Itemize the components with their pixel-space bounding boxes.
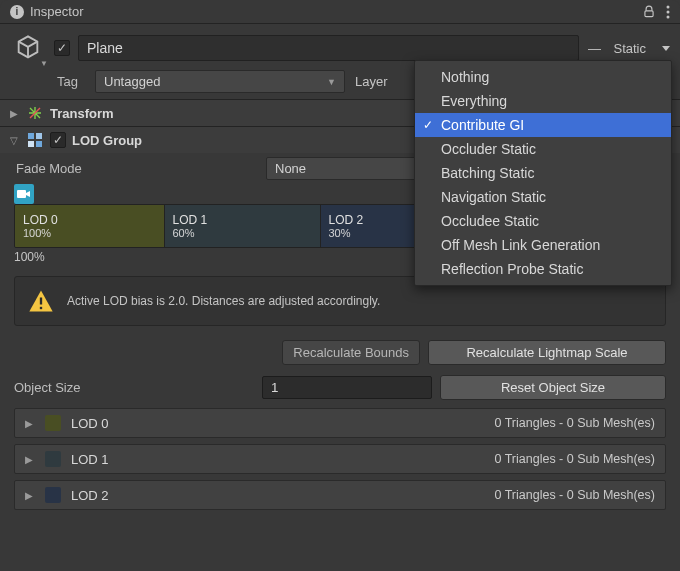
svg-rect-10 — [40, 307, 42, 309]
transform-title: Transform — [50, 106, 114, 121]
svg-rect-6 — [28, 141, 34, 147]
svg-rect-0 — [645, 10, 653, 16]
static-label: Static — [609, 41, 650, 56]
menu-item-navigation-static[interactable]: Navigation Static — [415, 185, 671, 209]
foldout-icon: ▶ — [25, 490, 35, 501]
foldout-icon: ▽ — [10, 135, 20, 146]
menu-item-reflection-probe-static[interactable]: Reflection Probe Static — [415, 257, 671, 281]
enabled-checkbox[interactable] — [54, 40, 70, 56]
menu-item-contribute-gi[interactable]: Contribute GI — [415, 113, 671, 137]
chevron-down-icon: ▼ — [40, 59, 48, 68]
svg-point-3 — [667, 15, 670, 18]
static-dropdown-toggle[interactable] — [662, 46, 670, 51]
lod-swatch-2 — [45, 487, 61, 503]
foldout-icon: ▶ — [10, 108, 20, 119]
menu-item-off-mesh-link[interactable]: Off Mesh Link Generation — [415, 233, 671, 257]
gameobject-icon[interactable]: ▼ — [10, 30, 46, 66]
reset-object-size-button[interactable]: Reset Object Size — [440, 375, 666, 400]
recalculate-lightmap-button[interactable]: Recalculate Lightmap Scale — [428, 340, 666, 365]
warning-icon — [27, 287, 55, 315]
svg-rect-5 — [36, 133, 42, 139]
svg-rect-9 — [40, 298, 42, 305]
menu-item-batching-static[interactable]: Batching Static — [415, 161, 671, 185]
transform-icon — [26, 104, 44, 122]
recalculate-bounds-button[interactable]: Recalculate Bounds — [282, 340, 420, 365]
tag-label: Tag — [57, 74, 85, 89]
foldout-icon: ▶ — [25, 418, 35, 429]
camera-icon[interactable] — [14, 184, 34, 204]
tag-select[interactable]: Untagged▼ — [95, 70, 345, 93]
lodgroup-icon — [26, 131, 44, 149]
svg-rect-4 — [28, 133, 34, 139]
lock-icon[interactable] — [642, 5, 656, 19]
lod-swatch-1 — [45, 451, 61, 467]
lod-swatch-0 — [45, 415, 61, 431]
overrides-icon[interactable]: — — [587, 41, 601, 56]
panel-title: Inspector — [30, 4, 83, 19]
foldout-icon: ▶ — [25, 454, 35, 465]
lod-seg-1[interactable]: LOD 1 60% — [165, 205, 321, 247]
lod-item-1[interactable]: ▶ LOD 1 0 Triangles - 0 Sub Mesh(es) — [14, 444, 666, 474]
lodgroup-enabled-checkbox[interactable] — [50, 132, 66, 148]
object-size-row: Object Size Reset Object Size — [0, 373, 680, 408]
svg-rect-8 — [17, 190, 26, 198]
menu-item-everything[interactable]: Everything — [415, 89, 671, 113]
fade-mode-label: Fade Mode — [16, 161, 256, 176]
gameobject-name-input[interactable] — [78, 35, 579, 61]
lodgroup-title: LOD Group — [72, 133, 142, 148]
fade-mode-value: None — [275, 161, 306, 176]
layer-label: Layer — [355, 74, 395, 89]
lod-item-2[interactable]: ▶ LOD 2 0 Triangles - 0 Sub Mesh(es) — [14, 480, 666, 510]
static-flags-menu[interactable]: Nothing Everything Contribute GI Occlude… — [414, 60, 672, 286]
recalc-row: Recalculate Bounds Recalculate Lightmap … — [0, 336, 680, 373]
kebab-icon[interactable] — [666, 5, 670, 19]
svg-point-2 — [667, 10, 670, 13]
svg-point-1 — [667, 5, 670, 8]
banner-text: Active LOD bias is 2.0. Distances are ad… — [67, 294, 380, 308]
tag-value: Untagged — [104, 74, 160, 89]
object-size-label: Object Size — [14, 380, 254, 395]
menu-item-occludee-static[interactable]: Occludee Static — [415, 209, 671, 233]
svg-rect-7 — [36, 141, 42, 147]
menu-item-occluder-static[interactable]: Occluder Static — [415, 137, 671, 161]
lod-item-0[interactable]: ▶ LOD 0 0 Triangles - 0 Sub Mesh(es) — [14, 408, 666, 438]
lod-seg-0[interactable]: LOD 0 100% — [15, 205, 165, 247]
inspector-titlebar: i Inspector — [0, 0, 680, 24]
info-icon: i — [10, 5, 24, 19]
object-size-input[interactable] — [262, 376, 432, 399]
menu-item-nothing[interactable]: Nothing — [415, 65, 671, 89]
